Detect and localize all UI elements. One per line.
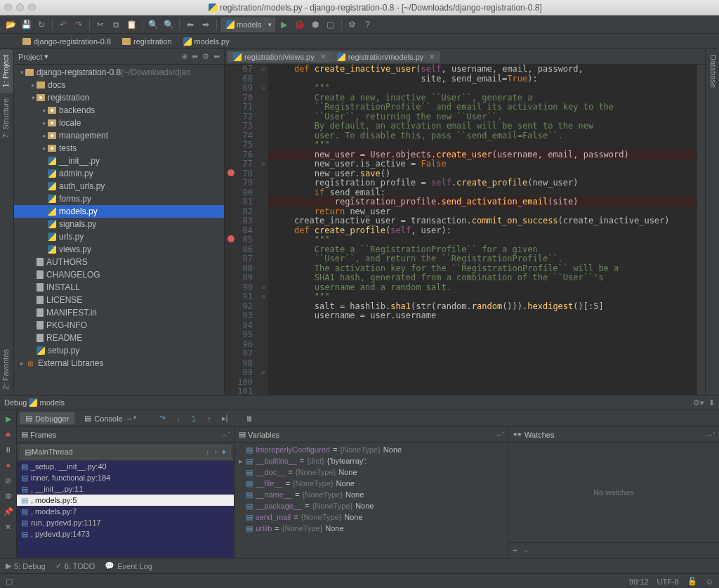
undo-icon[interactable]: ↶ [57,18,70,31]
minimize-icon[interactable]: →' [494,431,503,439]
view-breakpoints-icon[interactable]: ● [3,459,14,471]
tree-item[interactable]: AUTHORS [14,256,224,268]
gear-icon[interactable]: ⚙▾ [693,398,704,407]
stop-icon[interactable]: ■ [3,429,14,440]
minimize-window-button[interactable] [16,4,24,11]
tree-item[interactable]: ▾django-registration-0.8 (~/Downloads/dj… [14,66,224,79]
editor-tab[interactable]: registration/models.py✕ [331,51,441,63]
minimize-icon[interactable]: →' [220,431,230,439]
tree-item[interactable]: PKG-INFO [14,319,224,332]
next-frame-icon[interactable]: ↑ [214,447,218,457]
frame-row[interactable]: ▤ run, pydevd.py:1117 [17,517,234,528]
mute-breakpoints-icon[interactable]: ⊘ [3,475,14,486]
coverage-icon[interactable]: ⬢ [309,18,322,31]
tree-item[interactable]: admin.py [14,167,224,180]
cursor-position[interactable]: 99:12 [629,577,649,586]
encoding[interactable]: UTF-8 [657,577,679,586]
variable-row[interactable]: ▤ __file__ = {NoneType} None [235,478,508,489]
tree-item[interactable]: models.py [14,205,224,218]
frame-row[interactable]: ▤ , __init__.py:11 [17,483,234,495]
thread-select[interactable]: ▤ MainThread ↓↑▾ [20,445,231,459]
replace-icon[interactable]: 🔍 [162,18,175,31]
scroll-from-source-icon[interactable]: ⊕ [181,52,187,61]
variable-row[interactable]: ▤ send_mail = {NoneType} None [235,511,508,523]
variable-row[interactable]: ▤ __package__ = {NoneType} None [235,500,508,511]
forward-icon[interactable]: ➡ [199,18,212,31]
close-tab-icon[interactable]: ✕ [320,53,326,60]
find-icon[interactable]: 🔍 [147,18,159,31]
save-icon[interactable]: 💾 [20,18,32,31]
pause-icon[interactable]: ⏸ [3,444,14,455]
variable-row[interactable]: ▤ urllib = {NoneType} None [235,523,508,534]
tree-item[interactable]: ▸⊞External Libraries [14,357,224,370]
open-icon[interactable]: 📂 [4,18,17,31]
frame-row[interactable]: ▤ inner, functional.py:184 [17,472,234,483]
hector-icon[interactable]: ☺ [706,577,713,586]
help-icon[interactable]: ? [362,18,374,31]
copy-icon[interactable]: ⧉ [110,18,122,31]
tree-item[interactable]: urls.py [14,230,224,243]
favorites-tool-tab[interactable]: 2: Favorites [0,344,13,395]
stop-icon[interactable]: ▢ [324,18,337,31]
todo-tool-button[interactable]: ✓ 6: TODO [55,561,95,570]
project-tool-tab[interactable]: 1: Project [0,49,13,93]
force-step-into-icon[interactable]: ⤵ [188,413,199,424]
frames-list[interactable]: ▤ _setup, __init__.py:40▤ inner, functio… [17,461,234,558]
variable-row[interactable]: ▤ ImproperlyConfigured = {NoneType} None [235,444,508,455]
tree-item[interactable]: signals.py [14,218,224,230]
breadcrumb[interactable]: registration [117,36,177,47]
refresh-icon[interactable]: ↻ [35,18,48,31]
settings-icon[interactable]: ⚙ [346,18,359,31]
remove-watch-icon[interactable]: − [523,546,528,556]
eventlog-tool-button[interactable]: 💬 Event Log [105,561,152,570]
structure-tool-tab[interactable]: 7: Structure [0,93,13,144]
tree-item[interactable]: __init__.py [14,155,224,167]
redo-icon[interactable]: ↷ [72,18,85,31]
back-icon[interactable]: ⬅ [184,18,197,31]
run-icon[interactable]: ▶ [278,18,291,31]
run-to-cursor-icon[interactable]: ▸| [219,413,230,424]
project-tree[interactable]: ▾django-registration-0.8 (~/Downloads/dj… [14,65,224,395]
zoom-window-button[interactable] [28,4,36,11]
debug-tool-button[interactable]: ▶ 5: Debug [6,561,46,570]
cut-icon[interactable]: ✂ [94,18,107,31]
editor-tab[interactable]: registration/views.py✕ [227,51,331,63]
variable-row[interactable]: ▸ ▤ __builtins__ = {dict} {'bytearray': [235,455,508,466]
tree-item[interactable]: README [14,332,224,344]
tree-item[interactable]: CHANGELOG [14,268,224,281]
frame-row[interactable]: ▤ _setup, __init__.py:40 [17,461,234,472]
tree-item[interactable]: INSTALL [14,281,224,294]
variables-list[interactable]: ▤ ImproperlyConfigured = {NoneType} None… [235,443,508,558]
step-into-icon[interactable]: ↓ [173,413,184,424]
variable-row[interactable]: ▤ __name__ = {NoneType} None [235,489,508,500]
tree-item[interactable]: ▸locale [14,117,224,129]
gear-icon[interactable]: ⚙ [202,52,209,61]
console-tab[interactable]: ▤ Console →* [79,412,142,424]
error-stripe[interactable] [697,65,705,395]
minimize-icon[interactable]: →' [706,431,715,439]
tree-item[interactable]: ▸tests [14,142,224,155]
resume-icon[interactable]: ▶ [3,413,14,424]
tree-item[interactable]: forms.py [14,192,224,205]
tree-item[interactable]: LICENSE [14,294,224,306]
tree-item[interactable]: ▸management [14,129,224,142]
tree-item[interactable]: ▸backends [14,104,224,117]
breadcrumb[interactable]: django-registration-0.8 [17,36,117,47]
step-out-icon[interactable]: ↑ [204,413,215,424]
tree-item[interactable]: auth_urls.py [14,180,224,192]
toggle-tool-windows-icon[interactable]: ▢ [6,577,13,586]
hide-icon[interactable]: ⬇ [708,398,715,407]
add-watch-icon[interactable]: + [513,546,517,556]
pin-icon[interactable]: 📌 [3,506,14,517]
tree-item[interactable]: views.py [14,243,224,256]
breadcrumb[interactable]: models.py [178,36,235,47]
step-over-icon[interactable]: ↷ [157,413,169,424]
settings-icon[interactable]: ⚙ [3,490,14,502]
paste-icon[interactable]: 📋 [125,18,138,31]
debug-icon[interactable]: 🐞 [293,18,306,31]
close-icon[interactable]: ✕ [3,521,14,533]
debugger-tab[interactable]: ▤ Debugger [20,412,74,424]
tree-item[interactable]: ▸docs [14,79,224,91]
variable-row[interactable]: ▤ __doc__ = {NoneType} None [235,466,508,478]
collapse-icon[interactable]: ⬌ [192,52,198,61]
